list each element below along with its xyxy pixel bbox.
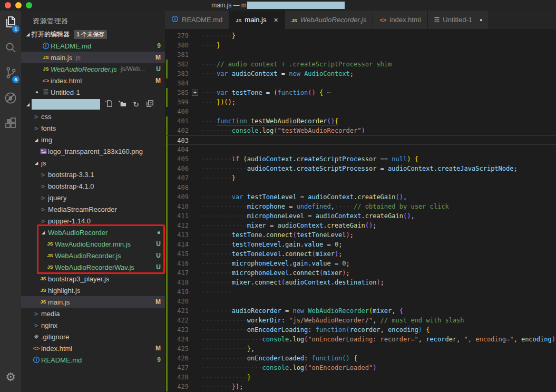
activity-explorer[interactable]: 1 [0, 11, 21, 36]
tab-index.html[interactable]: <>index.html [373, 11, 427, 29]
activity-extensions[interactable] [0, 112, 21, 137]
fold-gutter [189, 60, 201, 69]
code-line-400[interactable]: 400 [165, 107, 556, 116]
open-editor-index.html[interactable]: <>index.htmlM [21, 75, 165, 86]
code-line-407[interactable]: 407········} [165, 173, 556, 183]
code-line-414[interactable]: 414········testToneLevel.gain.value = 0; [165, 240, 556, 249]
code-line-412[interactable]: 412············mixer = audioContext.crea… [165, 221, 556, 230]
tree-item-highlight.js[interactable]: JShighlight.js [21, 285, 165, 296]
tree-item-js[interactable]: ◢js [21, 157, 165, 169]
code-line-418[interactable]: 418········mixer.connect(audioContext.de… [165, 278, 556, 287]
line-number: 422 [165, 316, 189, 325]
tree-item-.gitignore[interactable]: .gitignore [21, 331, 165, 342]
tree-item-bootstrap-4.1.0[interactable]: ▷bootstrap-4.1.0 [21, 180, 165, 192]
tree-item-img[interactable]: ◢img [21, 134, 165, 145]
tree-item-media[interactable]: ▷media [21, 308, 165, 319]
code-line-419[interactable]: 419········ [165, 287, 556, 297]
file-label: main.js [48, 298, 70, 306]
folder-section-header[interactable]: ◢ ↻ [21, 98, 165, 111]
tab-main.js[interactable]: JSmain.js× [229, 11, 285, 29]
code-line-385[interactable]: 385+····var testTone = (function() { ⋯ [165, 88, 556, 97]
tab-Untitled-1[interactable]: ☰Untitled-1● [428, 11, 490, 29]
code-line-382[interactable]: 382····// audio context + .createScriptP… [165, 60, 556, 69]
fold-expand-icon[interactable]: + [192, 90, 198, 96]
file-label: .gitignore [41, 333, 69, 341]
new-file-button[interactable] [104, 100, 113, 109]
code-line-381[interactable]: 381 [165, 50, 556, 60]
open-editor-WebAudioRecorder.js[interactable]: JSWebAudioRecorder.jsjs/Web...U [21, 63, 165, 75]
code-line-423[interactable]: 423············onEncoderLoading: functio… [165, 325, 556, 335]
open-editor-README.md[interactable]: README.md9 [21, 40, 165, 52]
tree-item-WebAudioRecorder.js[interactable]: JSWebAudioRecorder.jsU [21, 250, 165, 261]
code-line-408[interactable]: 408 [165, 183, 556, 192]
open-editor-Untitled-1[interactable]: ●☰Untitled-1 [21, 86, 165, 98]
activity-search[interactable] [0, 36, 21, 61]
code-editor[interactable]: 379········}380····}381382····// audio c… [165, 29, 556, 392]
activity-source-control[interactable]: 5 [0, 61, 21, 86]
tree-item-WavAudioEncoder.min.js[interactable]: JSWavAudioEncoder.min.jsU [21, 238, 165, 250]
javascript-file-icon: JS [236, 16, 241, 24]
zoom-window-button[interactable] [26, 2, 32, 8]
code-text: ········audioRecorder = new WebAudioReco… [201, 306, 556, 316]
code-line-413[interactable]: 413········testTone.connect(testToneLeve… [165, 230, 556, 240]
code-line-410[interactable]: 410············microphone = undefined,··… [165, 202, 556, 211]
file-tree: ▷css▷fonts◢imglogo_transparent_183x160.p… [21, 111, 165, 366]
tree-item-bootstrap-3.3.1[interactable]: ▷bootstrap-3.3.1 [21, 169, 165, 180]
tree-item-WebAudioRecorderWav.js[interactable]: JSWebAudioRecorderWav.jsU [21, 261, 165, 273]
open-editors-section-header[interactable]: ◢ 打开的编辑器 1 个未保存 [21, 28, 165, 40]
code-line-401[interactable]: 401····function testWebAudioRecorder(){ [165, 116, 556, 126]
code-line-411[interactable]: 411············microphoneLevel = audioCo… [165, 211, 556, 221]
code-line-383[interactable]: 383····var audioContext = new AudioConte… [165, 69, 556, 79]
code-line-405[interactable]: 405········if (audioContext.createScript… [165, 154, 556, 164]
code-line-384[interactable]: 384 [165, 79, 556, 88]
refresh-button[interactable]: ↻ [132, 100, 140, 109]
collapse-all-button[interactable] [145, 100, 154, 109]
code-line-404[interactable]: 404 [165, 145, 556, 154]
tree-item-popper-1.14.0[interactable]: ▷popper-1.14.0 [21, 215, 165, 227]
close-tab-icon[interactable]: × [274, 16, 278, 24]
minimize-window-button[interactable] [15, 2, 22, 8]
tree-item-main.js[interactable]: JSmain.jsM [21, 296, 165, 308]
code-line-429[interactable]: 429········}); [165, 382, 556, 391]
code-line-403[interactable]: 403 [165, 135, 556, 145]
modified-gutter-bar [166, 173, 168, 183]
javascript-file-icon: JS [45, 241, 55, 247]
code-line-426[interactable]: 426············onEncoderLoaded: function… [165, 354, 556, 363]
file-label: index.html [41, 345, 72, 352]
close-window-button[interactable] [5, 2, 11, 8]
tree-item-README.md[interactable]: README.md9 [21, 354, 165, 366]
code-line-428[interactable]: 428············} [165, 373, 556, 382]
code-line-422[interactable]: 422············workerDir: "js/WebAudioRe… [165, 316, 556, 325]
tree-item-jquery[interactable]: ▷jquery [21, 192, 165, 203]
code-line-427[interactable]: 427················console.log("onEncode… [165, 363, 556, 373]
tree-item-logo_transparent_183x160.png[interactable]: logo_transparent_183x160.png [21, 145, 165, 157]
code-line-421[interactable]: 421········audioRecorder = new WebAudioR… [165, 306, 556, 316]
code-line-380[interactable]: 380····} [165, 41, 556, 50]
tree-item-nginx[interactable]: ▷nginx [21, 319, 165, 331]
tab-README.md[interactable]: README.md [165, 11, 229, 29]
code-line-415[interactable]: 415········testToneLevel.connect(mixer); [165, 249, 556, 259]
code-line-379[interactable]: 379········} [165, 31, 556, 41]
new-folder-button[interactable] [118, 100, 126, 109]
code-line-424[interactable]: 424················console.log("onEncode… [165, 335, 556, 344]
code-line-406[interactable]: 406············audioContext.createScript… [165, 164, 556, 173]
code-line-417[interactable]: 417········microphoneLevel.connect(mixer… [165, 268, 556, 278]
tab-WebAudioRecorder.js[interactable]: JSWebAudioRecorder.js [285, 11, 374, 29]
code-line-402[interactable]: 402········console.log("testWebAudioReco… [165, 126, 556, 135]
fold-gutter [189, 230, 201, 240]
code-line-425[interactable]: 425············}, [165, 344, 556, 354]
tree-item-css[interactable]: ▷css [21, 111, 165, 122]
tree-item-fonts[interactable]: ▷fonts [21, 122, 165, 134]
open-editor-main.js[interactable]: JSmain.jsjsM [21, 52, 165, 63]
code-line-420[interactable]: 420 [165, 297, 556, 306]
tree-item-index.html[interactable]: <>index.htmlM [21, 342, 165, 354]
code-line-409[interactable]: 409········var testToneLevel = audioCont… [165, 192, 556, 202]
line-number: 423 [165, 325, 189, 335]
activity-debug[interactable] [0, 86, 21, 112]
code-line-416[interactable]: 416········microphoneLevel.gain.value = … [165, 259, 556, 268]
code-line-399[interactable]: 399····})(); [165, 97, 556, 107]
tree-item-WebAudioRecorder[interactable]: ◢WebAudioRecorder● [21, 227, 165, 238]
tree-item-MediaStreamRecorder[interactable]: ▷MediaStreamRecorder [21, 203, 165, 215]
activity-settings[interactable]: ⚙ [0, 365, 21, 390]
tree-item-bootstrap3_player.js[interactable]: JSbootstrap3_player.js [21, 273, 165, 285]
